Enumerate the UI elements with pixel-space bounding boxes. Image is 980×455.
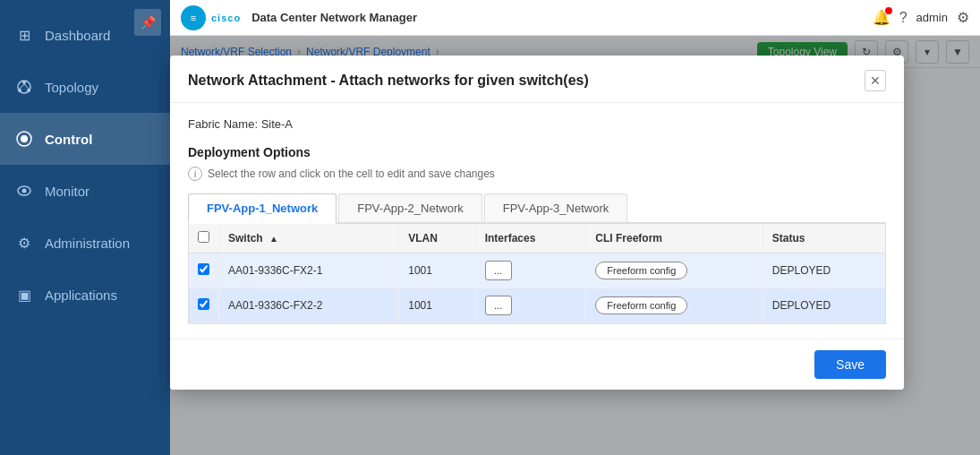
svg-line-5 [24, 84, 29, 89]
row2-vlan[interactable]: 1001 [399, 288, 475, 323]
table-row: AA01-9336C-FX2-2 1001 ... Freeform confi… [189, 288, 885, 323]
col-header-cli-freeform: CLI Freeform [586, 224, 763, 253]
row1-checkbox-cell [189, 253, 219, 288]
save-button[interactable]: Save [814, 350, 886, 379]
row2-switch: AA01-9336C-FX2-2 [219, 288, 399, 323]
svg-point-9 [22, 189, 27, 193]
table-row: AA01-9336C-FX2-1 1001 ... Freeform confi… [189, 253, 885, 288]
sidebar-item-monitor[interactable]: Monitor [0, 165, 170, 217]
row2-interfaces-button[interactable]: ... [485, 296, 512, 315]
sidebar-item-label: Applications [45, 288, 117, 303]
tab-fpv-app-1[interactable]: FPV-App-1_Network [188, 193, 337, 224]
admin-label: admin [916, 11, 948, 24]
table-header-row: Switch ▲ VLAN Interfaces CLI Freeform St… [189, 224, 885, 253]
modal-close-button[interactable]: ✕ [865, 70, 886, 91]
sidebar-item-label: Control [45, 132, 92, 147]
control-icon [14, 129, 34, 149]
select-all-checkbox[interactable] [198, 231, 209, 243]
dashboard-icon: ⊞ [14, 25, 34, 45]
monitor-icon [14, 181, 34, 201]
row2-status: DEPLOYED [763, 288, 885, 323]
row2-checkbox-cell [189, 288, 219, 323]
brand-logo: ≡ cisco Data Center Network Manager [181, 5, 417, 30]
administration-icon: ⚙ [14, 233, 34, 253]
switch-table-container: Switch ▲ VLAN Interfaces CLI Freeform St… [188, 224, 886, 324]
svg-point-7 [21, 135, 28, 142]
sidebar-item-topology[interactable]: Topology [0, 61, 170, 113]
svg-point-1 [22, 81, 26, 84]
tab-fpv-app-2[interactable]: FPV-App-2_Network [338, 193, 482, 222]
modal-header: Network Attachment - Attach networks for… [170, 56, 904, 103]
network-tabs: FPV-App-1_Network FPV-App-2_Network FPV-… [188, 193, 886, 224]
row1-freeform-button[interactable]: Freeform config [595, 262, 687, 279]
navbar: ≡ cisco Data Center Network Manager 🔔 ? … [170, 0, 980, 36]
col-header-vlan: VLAN [399, 224, 475, 253]
deployment-options-title: Deployment Options [188, 145, 886, 159]
help-button[interactable]: ? [899, 10, 908, 26]
brand-name: cisco [211, 13, 241, 23]
app-title: Data Center Network Manager [251, 11, 417, 24]
row2-checkbox[interactable] [198, 298, 209, 310]
info-text: Select the row and click on the cell to … [208, 167, 495, 180]
svg-point-2 [18, 89, 21, 92]
sidebar-item-label: Monitor [45, 184, 89, 199]
row2-interfaces: ... [475, 288, 586, 323]
info-row: i Select the row and click on the cell t… [188, 167, 886, 181]
svg-point-3 [27, 89, 30, 92]
sort-icon: ▲ [269, 234, 278, 244]
col-header-switch[interactable]: Switch ▲ [219, 224, 399, 253]
pin-button[interactable]: 📌 [134, 9, 161, 36]
sidebar-item-applications[interactable]: ▣ Applications [0, 269, 170, 321]
applications-icon: ▣ [14, 285, 34, 305]
row1-switch: AA01-9336C-FX2-1 [219, 253, 399, 288]
row1-checkbox[interactable] [198, 263, 209, 275]
svg-line-4 [20, 84, 24, 89]
row1-interfaces: ... [475, 253, 586, 288]
modal-dialog: Network Attachment - Attach networks for… [170, 56, 904, 390]
row2-freeform-button[interactable]: Freeform config [595, 296, 687, 314]
cisco-icon: ≡ [181, 5, 206, 30]
row1-interfaces-button[interactable]: ... [485, 261, 512, 280]
info-icon: i [188, 167, 202, 181]
row1-status: DEPLOYED [763, 253, 885, 288]
row1-cli-freeform: Freeform config [586, 253, 763, 288]
sidebar: 📌 ⊞ Dashboard Topology Control Monitor ⚙… [0, 0, 170, 455]
switch-table: Switch ▲ VLAN Interfaces CLI Freeform St… [189, 224, 885, 323]
sidebar-item-administration[interactable]: ⚙ Administration [0, 217, 170, 269]
settings-button[interactable]: ⚙ [957, 9, 969, 26]
navbar-actions: 🔔 ? admin ⚙ [873, 9, 969, 26]
tab-fpv-app-3[interactable]: FPV-App-3_Network [484, 193, 628, 222]
alert-button[interactable]: 🔔 [873, 9, 891, 26]
topology-icon [14, 77, 34, 97]
modal-title: Network Attachment - Attach networks for… [188, 73, 589, 89]
modal-body: Fabric Name: Site-A Deployment Options i… [170, 103, 904, 339]
sidebar-item-label: Administration [45, 236, 130, 251]
row2-cli-freeform: Freeform config [586, 288, 763, 323]
modal-footer: Save [170, 339, 904, 390]
col-header-interfaces: Interfaces [475, 224, 586, 253]
sidebar-item-control[interactable]: Control [0, 113, 170, 165]
fabric-name-label: Fabric Name: Site-A [188, 117, 886, 131]
sidebar-item-label: Dashboard [45, 28, 110, 43]
col-header-checkbox [189, 224, 219, 253]
row1-vlan[interactable]: 1001 [399, 253, 475, 288]
sidebar-item-label: Topology [45, 80, 98, 95]
table-body: AA01-9336C-FX2-1 1001 ... Freeform confi… [189, 253, 885, 323]
col-header-status: Status [763, 224, 885, 253]
